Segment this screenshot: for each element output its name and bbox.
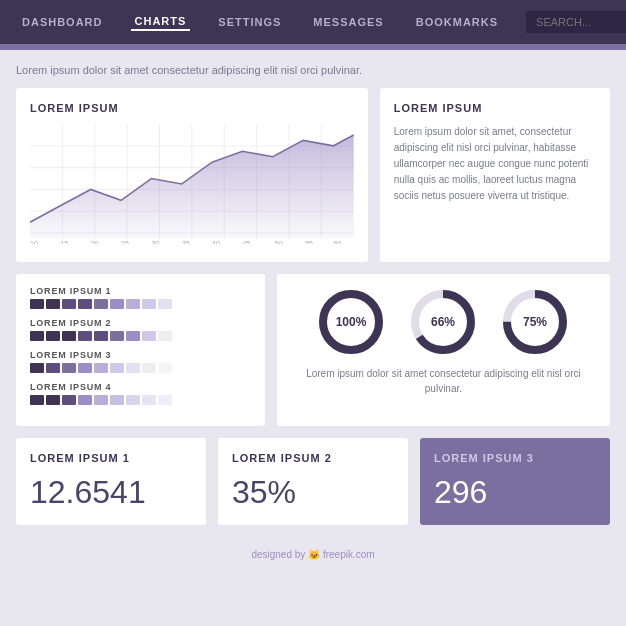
bar-label-2: LOREM IPSUM 2	[30, 318, 251, 328]
mid-row: LOREM IPSUM 1 LOREM IPSUM 2	[16, 274, 610, 426]
bottom-row: LOREM IPSUM 1 12.6541 LOREM IPSUM 2 35% …	[16, 438, 610, 525]
bar-item-1: LOREM IPSUM 1	[30, 286, 251, 309]
page-subtitle: Lorem ipsum dolor sit amet consectetur a…	[16, 64, 610, 76]
nav-messages[interactable]: MESSAGES	[309, 14, 387, 30]
svg-text:60: 60	[333, 239, 341, 244]
svg-text:20: 20	[91, 239, 99, 244]
footer: designed by 🐱 freepik.com	[0, 539, 626, 570]
donut-svg-1: 100%	[315, 286, 387, 358]
donut-svg-3: 75%	[499, 286, 571, 358]
bar-track-4	[30, 395, 251, 405]
stat-card-2: LOREM IPSUM 2 35%	[218, 438, 408, 525]
donut-2: 66%	[407, 286, 479, 358]
donut-row: 100% 66%	[289, 286, 598, 358]
bar-track-1	[30, 299, 251, 309]
donut-3: 75%	[499, 286, 571, 358]
stat-title-1: LOREM IPSUM 1	[30, 452, 192, 464]
stat-card-3: LOREM IPSUM 3 296	[420, 438, 610, 525]
text-info-card: LOREM IPSUM Lorem ipsum dolor sit amet, …	[380, 88, 610, 262]
stat-card-1: LOREM IPSUM 1 12.6541	[16, 438, 206, 525]
svg-text:100%: 100%	[336, 315, 367, 329]
svg-text:75%: 75%	[523, 315, 547, 329]
bar-track-2	[30, 331, 251, 341]
text-card-body: Lorem ipsum dolor sit amet, consectetur …	[394, 124, 596, 204]
nav-bookmarks[interactable]: BOOKMARKS	[412, 14, 502, 30]
svg-text:45: 45	[242, 239, 250, 244]
nav-dashboard[interactable]: DASHBOARD	[18, 14, 107, 30]
donut-caption: Lorem ipsum dolor sit amet consectetur a…	[289, 366, 598, 396]
main-content: Lorem ipsum dolor sit amet consectetur a…	[0, 50, 626, 539]
svg-text:30: 30	[151, 239, 159, 244]
svg-text:66%: 66%	[431, 315, 455, 329]
stat-value-1: 12.6541	[30, 474, 192, 511]
nav-charts[interactable]: CHARTS	[131, 13, 191, 31]
donut-svg-2: 66%	[407, 286, 479, 358]
svg-text:40: 40	[212, 239, 220, 244]
top-row: LOREM IPSUM	[16, 88, 610, 262]
donut-chart-card: 100% 66%	[277, 274, 610, 426]
svg-text:35: 35	[182, 239, 190, 244]
bar-item-4: LOREM IPSUM 4	[30, 382, 251, 405]
bar-label-4: LOREM IPSUM 4	[30, 382, 251, 392]
donut-1: 100%	[315, 286, 387, 358]
chart-title: LOREM IPSUM	[30, 102, 354, 114]
svg-text:25: 25	[121, 239, 129, 244]
bar-chart-card: LOREM IPSUM 1 LOREM IPSUM 2	[16, 274, 265, 426]
text-card-title: LOREM IPSUM	[394, 102, 596, 114]
area-chart-svg: 10 15 20 25 30 35 40 45 50 55 60	[30, 124, 354, 244]
stat-value-3: 296	[434, 474, 596, 511]
area-chart-card: LOREM IPSUM	[16, 88, 368, 262]
stat-title-3: LOREM IPSUM 3	[434, 452, 596, 464]
bar-label-1: LOREM IPSUM 1	[30, 286, 251, 296]
bar-item-3: LOREM IPSUM 3	[30, 350, 251, 373]
nav-settings[interactable]: SETTINGS	[214, 14, 285, 30]
search-input[interactable]	[526, 11, 626, 33]
bar-label-3: LOREM IPSUM 3	[30, 350, 251, 360]
bar-item-2: LOREM IPSUM 2	[30, 318, 251, 341]
stat-title-2: LOREM IPSUM 2	[232, 452, 394, 464]
bar-track-3	[30, 363, 251, 373]
svg-text:55: 55	[305, 239, 313, 244]
stat-value-2: 35%	[232, 474, 394, 511]
navbar: DASHBOARD CHARTS SETTINGS MESSAGES BOOKM…	[0, 0, 626, 44]
svg-text:10: 10	[30, 239, 38, 244]
svg-text:50: 50	[275, 239, 283, 244]
svg-text:15: 15	[60, 239, 68, 244]
